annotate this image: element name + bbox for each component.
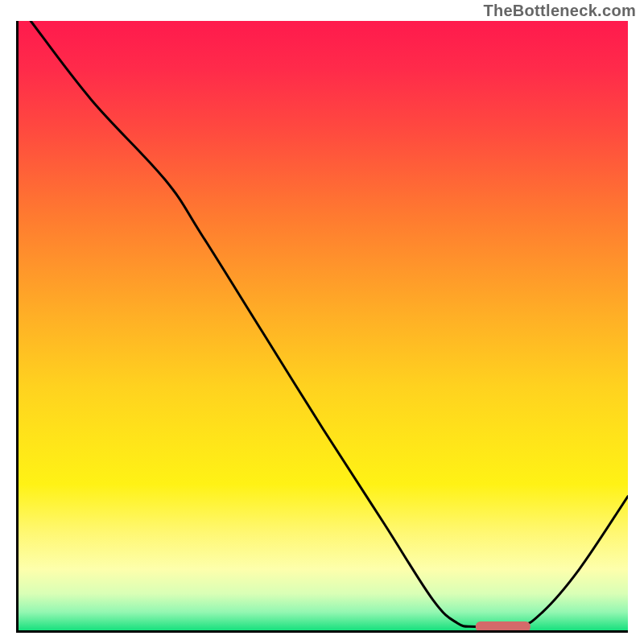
optimal-marker [476, 621, 530, 630]
watermark-text: TheBottleneck.com [483, 2, 636, 20]
chart-svg [19, 21, 628, 630]
plot-area [16, 21, 628, 633]
bottleneck-curve [31, 21, 628, 628]
chart-container: TheBottleneck.com [0, 0, 644, 644]
